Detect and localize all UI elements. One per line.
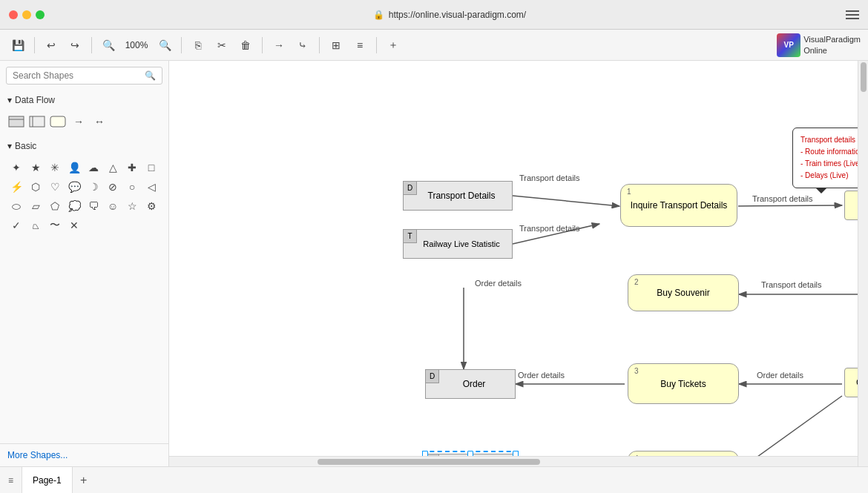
bottom-bar: ≡ Page-1 + (0, 466, 868, 493)
maximize-button[interactable] (36, 10, 45, 19)
flow-label-4: Order details (475, 279, 522, 288)
shield-shape[interactable]: ⬡ (27, 178, 45, 196)
check-shape[interactable]: ✓ (7, 216, 25, 234)
flow-label-7: Order details (757, 371, 803, 380)
chevron-down-icon-basic: ▾ (7, 141, 12, 151)
sidebar: 🔍 ▾ Data Flow → ↔ ▾ Basic ✦ ★ ✳ (0, 61, 169, 466)
transport-details-entity[interactable]: D Transport Details (403, 181, 513, 211)
datastore-shape[interactable] (7, 113, 25, 130)
crescent-shape[interactable]: ☽ (85, 178, 102, 196)
canvas[interactable]: Transport details include: - Route infor… (169, 61, 868, 466)
basic-section[interactable]: ▾ Basic (0, 136, 168, 156)
basic-label: Basic (15, 141, 36, 151)
proc2-number: 2 (634, 278, 639, 286)
search-box[interactable]: 🔍 (6, 67, 162, 85)
add-page-button[interactable]: + (73, 467, 95, 494)
wave-shape[interactable]: 〜 (46, 216, 64, 234)
heart-shape[interactable]: ♡ (46, 178, 64, 196)
entity-shape[interactable] (28, 113, 46, 130)
order-entity[interactable]: D Order (425, 369, 516, 399)
proc3-process[interactable]: 3 Buy Tickets (628, 363, 739, 404)
svg-line-7 (513, 196, 619, 206)
toolbar: 💾 ↩ ↪ 🔍 100% 🔍 ⎘ ✂ 🗑 → ⤷ ⊞ ≡ ＋ VP Visual… (0, 30, 868, 61)
star5-shape[interactable]: ★ (27, 159, 45, 176)
cross-shape[interactable]: ✚ (123, 159, 141, 176)
connector-tool[interactable]: ⤷ (292, 35, 313, 56)
star-outline-shape[interactable]: ☆ (123, 197, 141, 215)
proc3-label: Buy Tickets (660, 379, 706, 389)
pentagon-shape[interactable]: ⬠ (46, 197, 64, 215)
zoom-control: 100% (122, 40, 151, 50)
data-flow-shapes: → ↔ (0, 110, 168, 136)
url-bar: 🔒 https://online.visual-paradigm.com/ (53, 10, 846, 20)
railway-live-entity[interactable]: T Railway Live Statistic (403, 229, 513, 259)
callout-bubble: Transport details include: - Route infor… (792, 128, 868, 188)
diagram-svg (169, 61, 868, 466)
railway-live-label: Railway Live Statistic (423, 239, 499, 248)
vp-logo-icon: VP (777, 33, 800, 57)
star6-shape[interactable]: ✳ (46, 159, 64, 176)
star4-shape[interactable]: ✦ (7, 159, 25, 176)
redo-button[interactable]: ↪ (65, 35, 85, 56)
cloud-shape[interactable]: ☁ (85, 159, 102, 176)
proc1-number: 1 (627, 188, 631, 196)
zoom-out-button[interactable]: 🔍 (98, 35, 119, 56)
vertical-scrollbar[interactable] (858, 61, 868, 466)
rect-callout-shape[interactable]: 🗨 (85, 197, 102, 215)
undo-button[interactable]: ↩ (41, 35, 62, 56)
gear-shape[interactable]: ⚙ (142, 197, 160, 215)
arrange-button[interactable]: ⊞ (326, 35, 346, 56)
svg-rect-2 (30, 116, 45, 127)
flow-label-6: Order details (518, 371, 565, 380)
search-icon: 🔍 (145, 70, 156, 81)
zoom-in-button[interactable]: 🔍 (154, 35, 175, 56)
parallelogram-shape[interactable]: ▱ (27, 197, 45, 215)
speech-shape[interactable]: 💬 (65, 178, 83, 196)
cut-button[interactable]: ✂ (211, 35, 232, 56)
trapezoid-shape[interactable]: ⏢ (27, 216, 45, 234)
vertical-scroll-thumb[interactable] (861, 62, 867, 92)
chevron-down-icon: ▾ (7, 95, 12, 105)
minimize-button[interactable] (22, 10, 31, 19)
circle-shape[interactable]: ○ (123, 178, 141, 196)
people-shape[interactable]: 👤 (65, 159, 83, 176)
lock-icon: 🔒 (373, 10, 384, 20)
titlebar: 🔒 https://online.visual-paradigm.com/ (0, 0, 868, 30)
data-flow-section[interactable]: ▾ Data Flow (0, 90, 168, 110)
lightning-shape[interactable]: ⚡ (7, 178, 25, 196)
square-shape[interactable]: □ (142, 159, 160, 176)
right-tri-shape[interactable]: ◁ (142, 178, 160, 196)
sidebar-toggle-button[interactable]: ≡ (0, 467, 22, 494)
align-button[interactable]: ≡ (349, 35, 370, 56)
flow-label-1: Transport details (519, 173, 580, 182)
entity-letter-t: T (404, 230, 417, 243)
close-button[interactable] (9, 10, 18, 19)
process-shape[interactable] (49, 113, 67, 130)
callout-shape[interactable]: 💭 (65, 197, 83, 215)
arrow-lr-shape[interactable]: ↔ (91, 113, 108, 130)
delete-button[interactable]: 🗑 (235, 35, 256, 56)
page-1-tab[interactable]: Page-1 (22, 467, 73, 494)
no-shape[interactable]: ⊘ (104, 178, 122, 196)
arrow-right-shape[interactable]: → (70, 113, 88, 130)
x-shape[interactable]: ✕ (65, 216, 83, 234)
canvas-wrapper[interactable]: Transport details include: - Route infor… (169, 61, 868, 466)
svg-rect-0 (9, 116, 24, 127)
svg-line-9 (738, 205, 842, 206)
oval-shape[interactable]: ⬭ (7, 197, 25, 215)
url-text: https://online.visual-paradigm.com/ (389, 10, 526, 20)
arrow-tool[interactable]: → (269, 35, 289, 56)
more-shapes-button[interactable]: More Shapes... (0, 443, 168, 466)
save-button[interactable]: 💾 (7, 35, 28, 56)
horizontal-scrollbar[interactable] (169, 456, 858, 466)
menu-icon[interactable] (846, 10, 859, 19)
search-input[interactable] (13, 70, 145, 81)
horizontal-scroll-thumb[interactable] (318, 459, 540, 465)
smiley-shape[interactable]: ☺ (104, 197, 122, 215)
proc2-process[interactable]: 2 Buy Souvenir (628, 274, 739, 311)
triangle-shape[interactable]: △ (104, 159, 122, 176)
add-button[interactable]: ＋ (383, 35, 404, 56)
zoom-level: 100% (122, 40, 151, 50)
proc1-process[interactable]: 1 Inquire Transport Details (620, 184, 737, 227)
copy-button[interactable]: ⎘ (188, 35, 208, 56)
